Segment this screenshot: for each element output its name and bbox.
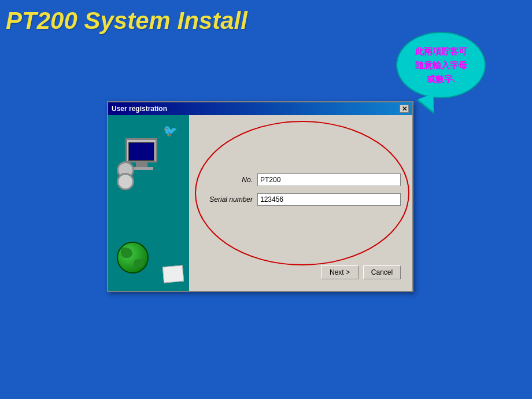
serial-form-group: Serial number	[201, 193, 401, 206]
no-form-group: No.	[201, 173, 401, 186]
form-area: No. Serial number	[201, 127, 401, 260]
speech-bubble: 此兩項貯客可 隨意輸入字母 或數字.	[396, 32, 486, 98]
no-input[interactable]	[257, 173, 401, 186]
button-area: Next > Cancel	[201, 260, 401, 279]
globe-decoration	[117, 242, 149, 274]
dialog-title: User registration	[112, 105, 167, 113]
serial-number-input[interactable]	[257, 193, 401, 206]
user-registration-dialog: User registration ✕ 🐦	[107, 101, 413, 292]
no-label: No.	[201, 176, 253, 184]
serial-label: Serial number	[201, 195, 253, 204]
dialog-form-panel: No. Serial number Next > Cancel	[189, 115, 412, 291]
bird-decoration: 🐦	[163, 124, 178, 138]
dialog-titlebar: User registration ✕	[108, 102, 412, 115]
next-button[interactable]: Next >	[321, 265, 359, 279]
dialog-decorative-panel: 🐦	[108, 115, 189, 291]
cancel-button[interactable]: Cancel	[363, 265, 401, 279]
dialog-close-button[interactable]: ✕	[400, 105, 409, 113]
speech-bubble-text: 此兩項貯客可 隨意輸入字母 或數字.	[415, 45, 467, 86]
discs-decoration	[114, 167, 134, 190]
page-title: PT200 System Install	[6, 7, 247, 35]
paper-decoration	[162, 265, 184, 283]
dialog-body: 🐦	[108, 115, 412, 291]
